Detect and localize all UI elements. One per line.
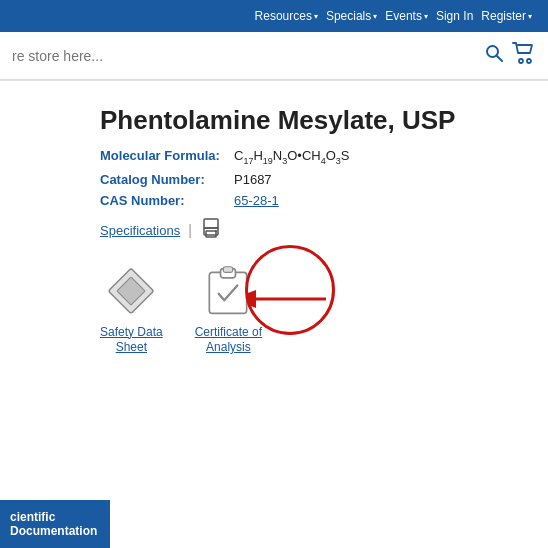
svg-point-6 [215, 230, 217, 232]
catalog-number-label: Catalog Number: [100, 172, 230, 187]
bottom-bar-label: cientific Documentation [10, 510, 100, 538]
product-detail: Phentolamine Mesylate, USP Molecular For… [0, 81, 548, 372]
cas-number-row: CAS Number: 65-28-1 [100, 193, 532, 208]
specifications-link[interactable]: Specifications [100, 223, 180, 238]
specifications-row: Specifications | [100, 218, 532, 243]
catalog-number-row: Catalog Number: P1687 [100, 172, 532, 187]
nav-sign-in[interactable]: Sign In [436, 9, 473, 23]
print-icon[interactable] [200, 218, 222, 243]
sds-label: Safety Data Sheet [100, 325, 163, 356]
cas-number-label: CAS Number: [100, 193, 230, 208]
svg-point-2 [519, 59, 523, 63]
cart-icon[interactable] [512, 42, 536, 69]
chevron-down-icon: ▾ [528, 12, 532, 21]
nav-register[interactable]: Register ▾ [481, 9, 532, 23]
svg-rect-5 [206, 231, 216, 237]
search-input[interactable] [12, 48, 476, 64]
top-navigation: Resources ▾ Specials ▾ Events ▾ Sign In … [0, 0, 548, 32]
coa-label: Certificate of Analysis [195, 325, 262, 356]
catalog-number-value: P1687 [234, 172, 272, 187]
search-icon[interactable] [484, 43, 504, 68]
product-title: Phentolamine Mesylate, USP [100, 105, 532, 136]
chevron-down-icon: ▾ [424, 12, 428, 21]
molecular-formula-row: Molecular Formula: C17H19N3O•CH4O3S [100, 148, 532, 166]
search-bar [0, 32, 548, 80]
svg-line-1 [497, 56, 503, 62]
bottom-documentation-bar[interactable]: cientific Documentation [0, 500, 110, 548]
svg-point-3 [527, 59, 531, 63]
svg-rect-4 [204, 219, 218, 228]
annotation-circle [245, 245, 335, 335]
chevron-down-icon: ▾ [373, 12, 377, 21]
coa-clipboard-icon [200, 263, 256, 319]
molecular-formula-label: Molecular Formula: [100, 148, 230, 163]
chevron-down-icon: ▾ [314, 12, 318, 21]
nav-events[interactable]: Events ▾ [385, 9, 428, 23]
svg-rect-11 [224, 266, 233, 272]
coa-item[interactable]: Certificate of Analysis [195, 263, 262, 356]
nav-specials[interactable]: Specials ▾ [326, 9, 377, 23]
pipe-divider: | [188, 222, 192, 238]
sds-item[interactable]: Safety Data Sheet [100, 263, 163, 356]
sds-diamond-icon [103, 263, 159, 319]
nav-resources[interactable]: Resources ▾ [255, 9, 318, 23]
document-icons-section: Safety Data Sheet Certificate of Analysi… [100, 263, 532, 356]
cas-number-value[interactable]: 65-28-1 [234, 193, 279, 208]
molecular-formula-value: C17H19N3O•CH4O3S [234, 148, 350, 166]
